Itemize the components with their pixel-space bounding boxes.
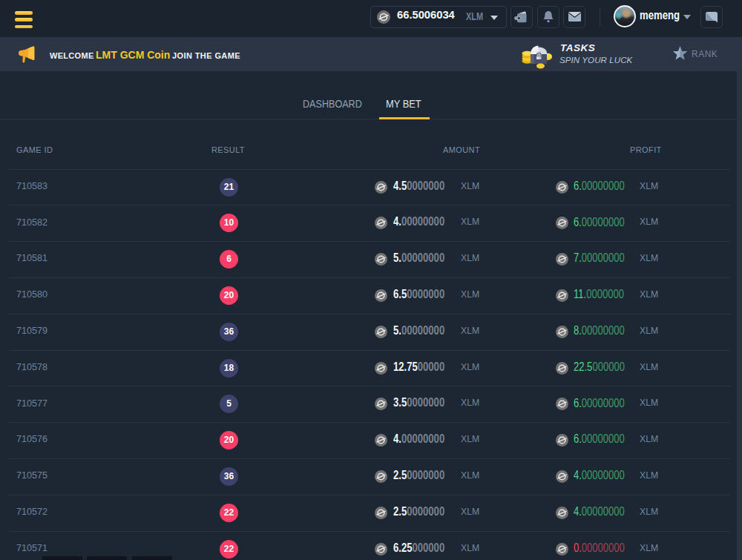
svg-text:0: 0 — [537, 52, 541, 59]
